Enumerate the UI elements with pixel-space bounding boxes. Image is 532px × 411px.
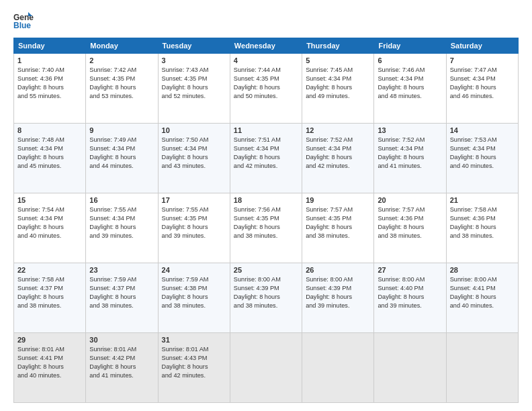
- calendar-cell: [302, 333, 374, 403]
- day-number: 31: [162, 336, 226, 344]
- day-info: Sunrise: 7:53 AMSunset: 4:34 PMDaylight:…: [450, 136, 497, 169]
- page: General Blue SundayMondayTuesdayWednesda…: [0, 0, 532, 411]
- day-info: Sunrise: 7:52 AMSunset: 4:34 PMDaylight:…: [378, 136, 425, 169]
- day-number: 23: [89, 266, 154, 274]
- day-info: Sunrise: 7:42 AMSunset: 4:35 PMDaylight:…: [89, 66, 136, 99]
- day-number: 22: [17, 266, 82, 274]
- day-number: 28: [450, 266, 515, 274]
- calendar-cell: 27 Sunrise: 8:00 AMSunset: 4:40 PMDaylig…: [374, 263, 446, 333]
- calendar-week-1: 1 Sunrise: 7:40 AMSunset: 4:36 PMDayligh…: [14, 54, 519, 124]
- calendar-cell: [230, 333, 302, 403]
- day-info: Sunrise: 7:59 AMSunset: 4:37 PMDaylight:…: [89, 276, 136, 309]
- svg-text:Blue: Blue: [13, 21, 31, 30]
- day-info: Sunrise: 8:01 AMSunset: 4:43 PMDaylight:…: [162, 346, 209, 379]
- calendar-cell: 10 Sunrise: 7:50 AMSunset: 4:34 PMDaylig…: [158, 124, 230, 193]
- calendar-cell: 8 Sunrise: 7:48 AMSunset: 4:34 PMDayligh…: [14, 124, 86, 193]
- day-info: Sunrise: 8:00 AMSunset: 4:41 PMDaylight:…: [450, 276, 497, 309]
- logo-icon: General Blue: [13, 11, 34, 31]
- day-number: 14: [450, 126, 515, 134]
- calendar-table: SundayMondayTuesdayWednesdayThursdayFrid…: [13, 38, 519, 403]
- calendar-header-friday: Friday: [374, 38, 446, 54]
- calendar-header-saturday: Saturday: [446, 38, 518, 54]
- calendar-cell: 7 Sunrise: 7:47 AMSunset: 4:34 PMDayligh…: [446, 54, 518, 124]
- day-info: Sunrise: 7:46 AMSunset: 4:34 PMDaylight:…: [378, 66, 425, 99]
- calendar-cell: 6 Sunrise: 7:46 AMSunset: 4:34 PMDayligh…: [374, 54, 446, 124]
- day-number: 1: [17, 56, 82, 64]
- day-info: Sunrise: 8:00 AMSunset: 4:39 PMDaylight:…: [234, 276, 281, 309]
- day-number: 17: [162, 196, 226, 204]
- day-number: 15: [17, 196, 82, 204]
- day-info: Sunrise: 7:44 AMSunset: 4:35 PMDaylight:…: [234, 66, 281, 99]
- calendar-header-row: SundayMondayTuesdayWednesdayThursdayFrid…: [14, 38, 519, 54]
- calendar-week-5: 29 Sunrise: 8:01 AMSunset: 4:41 PMDaylig…: [14, 333, 519, 403]
- day-number: 12: [306, 126, 370, 134]
- day-info: Sunrise: 7:58 AMSunset: 4:37 PMDaylight:…: [17, 276, 64, 309]
- calendar-cell: 2 Sunrise: 7:42 AMSunset: 4:35 PMDayligh…: [86, 54, 158, 124]
- day-number: 21: [450, 196, 515, 204]
- day-info: Sunrise: 7:49 AMSunset: 4:34 PMDaylight:…: [89, 136, 136, 169]
- calendar-header-monday: Monday: [86, 38, 158, 54]
- day-info: Sunrise: 7:56 AMSunset: 4:35 PMDaylight:…: [234, 206, 281, 239]
- logo: General Blue: [13, 11, 36, 31]
- day-info: Sunrise: 7:52 AMSunset: 4:34 PMDaylight:…: [306, 136, 353, 169]
- day-info: Sunrise: 8:00 AMSunset: 4:40 PMDaylight:…: [378, 276, 425, 309]
- day-number: 5: [306, 56, 370, 64]
- day-number: 8: [17, 126, 82, 134]
- calendar-week-4: 22 Sunrise: 7:58 AMSunset: 4:37 PMDaylig…: [14, 263, 519, 333]
- calendar-cell: 3 Sunrise: 7:43 AMSunset: 4:35 PMDayligh…: [158, 54, 230, 124]
- day-info: Sunrise: 8:01 AMSunset: 4:41 PMDaylight:…: [17, 346, 64, 379]
- day-number: 4: [234, 56, 298, 64]
- day-info: Sunrise: 7:57 AMSunset: 4:36 PMDaylight:…: [378, 206, 425, 239]
- calendar-cell: 29 Sunrise: 8:01 AMSunset: 4:41 PMDaylig…: [14, 333, 86, 403]
- day-number: 25: [234, 266, 298, 274]
- calendar-header-wednesday: Wednesday: [230, 38, 302, 54]
- calendar-cell: 14 Sunrise: 7:53 AMSunset: 4:34 PMDaylig…: [446, 124, 518, 193]
- calendar-cell: 28 Sunrise: 8:00 AMSunset: 4:41 PMDaylig…: [446, 263, 518, 333]
- calendar-cell: 22 Sunrise: 7:58 AMSunset: 4:37 PMDaylig…: [14, 263, 86, 333]
- day-info: Sunrise: 7:50 AMSunset: 4:34 PMDaylight:…: [162, 136, 209, 169]
- day-number: 20: [378, 196, 442, 204]
- day-number: 10: [162, 126, 226, 134]
- calendar-cell: 4 Sunrise: 7:44 AMSunset: 4:35 PMDayligh…: [230, 54, 302, 124]
- calendar-header-tuesday: Tuesday: [158, 38, 230, 54]
- day-info: Sunrise: 7:57 AMSunset: 4:35 PMDaylight:…: [306, 206, 353, 239]
- day-number: 16: [89, 196, 154, 204]
- calendar-cell: 5 Sunrise: 7:45 AMSunset: 4:34 PMDayligh…: [302, 54, 374, 124]
- day-info: Sunrise: 7:59 AMSunset: 4:38 PMDaylight:…: [162, 276, 209, 309]
- calendar-cell: 16 Sunrise: 7:55 AMSunset: 4:34 PMDaylig…: [86, 193, 158, 263]
- calendar-cell: 11 Sunrise: 7:51 AMSunset: 4:34 PMDaylig…: [230, 124, 302, 193]
- day-info: Sunrise: 7:51 AMSunset: 4:34 PMDaylight:…: [234, 136, 281, 169]
- calendar-cell: 26 Sunrise: 8:00 AMSunset: 4:39 PMDaylig…: [302, 263, 374, 333]
- calendar-cell: [374, 333, 446, 403]
- day-info: Sunrise: 7:48 AMSunset: 4:34 PMDaylight:…: [17, 136, 64, 169]
- calendar-header-sunday: Sunday: [14, 38, 86, 54]
- calendar-cell: 25 Sunrise: 8:00 AMSunset: 4:39 PMDaylig…: [230, 263, 302, 333]
- calendar-week-2: 8 Sunrise: 7:48 AMSunset: 4:34 PMDayligh…: [14, 124, 519, 193]
- day-info: Sunrise: 7:45 AMSunset: 4:34 PMDaylight:…: [306, 66, 353, 99]
- day-number: 18: [234, 196, 298, 204]
- calendar-cell: 19 Sunrise: 7:57 AMSunset: 4:35 PMDaylig…: [302, 193, 374, 263]
- header: General Blue: [13, 11, 519, 31]
- calendar-cell: 13 Sunrise: 7:52 AMSunset: 4:34 PMDaylig…: [374, 124, 446, 193]
- day-number: 27: [378, 266, 442, 274]
- calendar-cell: 17 Sunrise: 7:55 AMSunset: 4:35 PMDaylig…: [158, 193, 230, 263]
- day-info: Sunrise: 7:58 AMSunset: 4:36 PMDaylight:…: [450, 206, 497, 239]
- day-info: Sunrise: 7:43 AMSunset: 4:35 PMDaylight:…: [162, 66, 209, 99]
- calendar-cell: 18 Sunrise: 7:56 AMSunset: 4:35 PMDaylig…: [230, 193, 302, 263]
- day-number: 26: [306, 266, 370, 274]
- day-number: 19: [306, 196, 370, 204]
- calendar-cell: 12 Sunrise: 7:52 AMSunset: 4:34 PMDaylig…: [302, 124, 374, 193]
- calendar-week-3: 15 Sunrise: 7:54 AMSunset: 4:34 PMDaylig…: [14, 193, 519, 263]
- calendar-cell: 23 Sunrise: 7:59 AMSunset: 4:37 PMDaylig…: [86, 263, 158, 333]
- day-number: 2: [89, 56, 154, 64]
- day-number: 6: [378, 56, 442, 64]
- day-number: 30: [89, 336, 154, 344]
- day-info: Sunrise: 8:01 AMSunset: 4:42 PMDaylight:…: [89, 346, 136, 379]
- calendar-cell: [446, 333, 518, 403]
- day-number: 9: [89, 126, 154, 134]
- day-info: Sunrise: 7:55 AMSunset: 4:34 PMDaylight:…: [89, 206, 136, 239]
- calendar-cell: 9 Sunrise: 7:49 AMSunset: 4:34 PMDayligh…: [86, 124, 158, 193]
- calendar-cell: 24 Sunrise: 7:59 AMSunset: 4:38 PMDaylig…: [158, 263, 230, 333]
- calendar-cell: 20 Sunrise: 7:57 AMSunset: 4:36 PMDaylig…: [374, 193, 446, 263]
- day-info: Sunrise: 8:00 AMSunset: 4:39 PMDaylight:…: [306, 276, 353, 309]
